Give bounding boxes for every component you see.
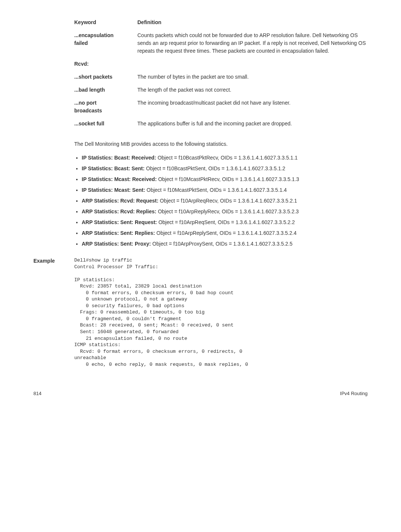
header-definition: Definition [137,19,368,32]
definition-table: Keyword Definition ...encapsulation fail… [74,19,368,133]
bullet-text: Object = f10BcastPktSent, OIDs = 1.3.6.1… [144,165,285,171]
definition-cell: Counts packets which could not be forwar… [137,32,368,60]
table-row: ...socket full The applications buffer i… [74,120,368,133]
keyword-cell: ...short packets [74,73,137,86]
list-item: ARP Statistics: Sent: Proxy: Object = f1… [82,240,368,248]
list-item: IP Statistics: Mcast: Received: Object =… [82,175,368,183]
bullet-bold: ARP Statistics: Sent: Proxy: [82,241,151,247]
bullet-bold: ARP Statistics: Sent: Request: [82,219,157,225]
keyword-cell: ...no port broadcasts [74,99,137,120]
bullet-bold: ARP Statistics: Rcvd: Request: [82,198,159,204]
list-item: ARP Statistics: Rcvd: Replies: Object = … [82,208,368,216]
table-header-row: Keyword Definition [74,19,368,32]
bullet-bold: ARP Statistics: Sent: Replies: [82,230,155,236]
keyword-cell: ...encapsulation failed [74,32,137,60]
example-section: Example Dell#show ip traffic Control Pro… [33,257,368,368]
table-row: ...encapsulation failed Counts packets w… [74,32,368,60]
keyword-cell: Rcvd: [74,60,137,73]
bullet-bold: IP Statistics: Mcast: Received: [82,176,157,182]
table-row: ...no port broadcasts The incoming broad… [74,99,368,120]
definition-cell [137,60,368,73]
table-row: ...bad length The length of the packet w… [74,86,368,99]
example-label: Example [33,257,74,368]
bullet-text: Object = f10BcastPktRecv, OIDs = 1.3.6.1… [156,155,298,161]
statistics-list: IP Statistics: Bcast: Received: Object =… [74,154,368,248]
bullet-text: Object = f10ArpReqSent, OIDs = 1.3.6.1.4… [157,219,295,225]
bullet-text: Object = f10McastPktSent, OIDs = 1.3.6.1… [145,187,287,193]
bullet-text: Object = f10ArpReqRecv, OIDs = 1.3.6.1.4… [159,198,297,204]
definition-cell: The applications buffer is full and the … [137,120,368,133]
bullet-bold: IP Statistics: Bcast: Sent: [82,165,144,171]
bullet-text: Object = f10ArpProxySent, OIDs = 1.3.6.1… [151,241,292,247]
bullet-text: Object = f10ArpReplyRecv, OIDs = 1.3.6.1… [156,208,299,214]
list-item: IP Statistics: Bcast: Received: Object =… [82,154,368,162]
page-footer: 814 IPv4 Routing [33,390,368,397]
table-row: ...short packets The number of bytes in … [74,73,368,86]
list-item: ARP Statistics: Sent: Request: Object = … [82,219,368,226]
list-item: ARP Statistics: Rcvd: Request: Object = … [82,197,368,205]
bullet-bold: ARP Statistics: Rcvd: Replies: [82,208,156,214]
list-item: IP Statistics: Bcast: Sent: Object = f10… [82,165,368,173]
list-item: IP Statistics: Mcast: Sent: Object = f10… [82,186,368,194]
keyword-cell: ...socket full [74,120,137,133]
definition-cell: The incoming broadcast/multicast packet … [137,99,368,120]
bullet-bold: IP Statistics: Mcast: Sent: [82,187,145,193]
intro-text: The Dell Monitoring MIB provides access … [74,140,368,148]
bullet-bold: IP Statistics: Bcast: Received: [82,155,156,161]
section-title: IPv4 Routing [340,390,368,397]
table-row: Rcvd: [74,60,368,73]
keyword-cell: ...bad length [74,86,137,99]
bullet-text: Object = f10McastPktRecv, OIDs = 1.3.6.1… [157,176,299,182]
bullet-text: Object = f10ArpReplySent, OIDs = 1.3.6.1… [155,230,296,236]
page-number: 814 [33,390,42,397]
header-keyword: Keyword [74,19,137,32]
code-output: Dell#show ip traffic Control Processor I… [74,257,251,368]
definition-cell: The number of bytes in the packet are to… [137,73,368,86]
list-item: ARP Statistics: Sent: Replies: Object = … [82,229,368,237]
definition-cell: The length of the packet was not correct… [137,86,368,99]
